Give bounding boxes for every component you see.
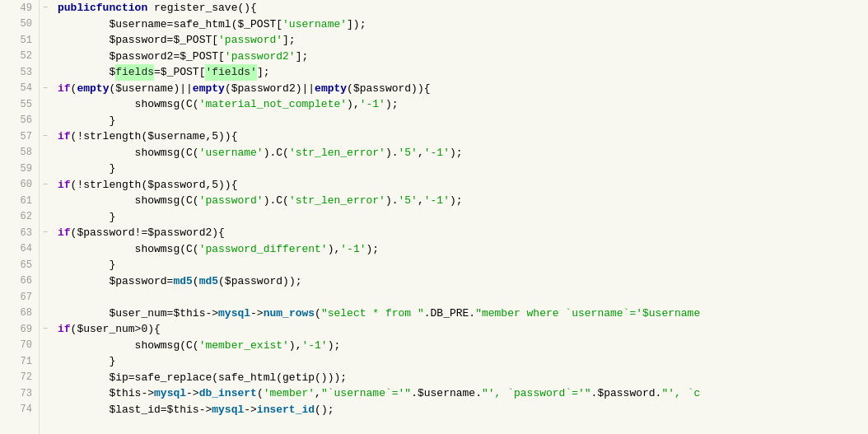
fold-cell[interactable]: − — [40, 81, 51, 97]
fold-cell — [40, 96, 51, 113]
code-line: showmsg(C('username').C('str_len_error')… — [58, 145, 868, 161]
fold-cell — [40, 241, 51, 258]
code-line: $last_id=$this->mysql->insert_id(); — [58, 402, 868, 418]
line-number: 71 — [0, 353, 39, 370]
fold-gutter: −−−−−− — [40, 0, 51, 434]
fold-cell[interactable]: − — [40, 128, 51, 145]
code-line: $this->mysql->db_insert('member',"`usern… — [58, 385, 868, 402]
code-line: if($password!=$password2){ — [58, 225, 868, 241]
line-number: 56 — [0, 113, 39, 129]
fold-cell — [40, 370, 51, 386]
fold-cell — [40, 289, 51, 306]
line-number: 53 — [0, 64, 39, 81]
code-content: public function register_save(){ $userna… — [51, 0, 868, 434]
fold-cell — [40, 306, 51, 322]
fold-cell — [40, 402, 51, 418]
code-line: if(!strlength($username,5)){ — [58, 128, 868, 145]
line-number: 67 — [0, 289, 39, 306]
line-numbers: 4950515253545556575859606162636465666768… — [0, 0, 40, 434]
code-line: public function register_save(){ — [58, 0, 868, 16]
code-line: } — [58, 209, 868, 226]
code-line: } — [58, 161, 868, 177]
line-number: 73 — [0, 385, 39, 402]
code-line: if($user_num>0){ — [58, 321, 868, 338]
line-number: 68 — [0, 306, 39, 322]
fold-cell — [40, 145, 51, 161]
code-line: } — [58, 353, 868, 370]
fold-cell[interactable]: − — [40, 321, 51, 338]
code-line: $password=$_POST['password']; — [58, 32, 868, 49]
fold-cell — [40, 161, 51, 177]
code-line — [58, 289, 868, 306]
code-line: showmsg(C('password_different'),'-1'); — [58, 241, 868, 258]
line-number: 52 — [0, 49, 39, 65]
line-number: 51 — [0, 32, 39, 49]
fold-cell — [40, 209, 51, 226]
line-number: 63 — [0, 225, 39, 241]
code-line: } — [58, 257, 868, 273]
code-line: if(empty($username)||empty($password2)||… — [58, 81, 868, 97]
line-number: 62 — [0, 209, 39, 226]
line-number: 59 — [0, 161, 39, 177]
fold-cell — [40, 257, 51, 273]
line-number: 55 — [0, 96, 39, 113]
fold-cell — [40, 16, 51, 33]
code-editor: 4950515253545556575859606162636465666768… — [0, 0, 868, 434]
fold-cell — [40, 113, 51, 129]
line-number: 61 — [0, 193, 39, 209]
code-line: $password2=$_POST['password2']; — [58, 49, 868, 65]
line-number: 60 — [0, 177, 39, 194]
code-line: $password=md5(md5($password)); — [58, 273, 868, 290]
line-number: 64 — [0, 241, 39, 258]
code-line: } — [58, 113, 868, 129]
fold-cell — [40, 193, 51, 209]
line-number: 72 — [0, 370, 39, 386]
fold-cell — [40, 353, 51, 370]
code-line: showmsg(C('material_not_complete'),'-1')… — [58, 96, 868, 113]
line-number: 74 — [0, 402, 39, 418]
fold-cell — [40, 338, 51, 354]
code-line: showmsg(C('member_exist'),'-1'); — [58, 338, 868, 354]
code-line: if(!strlength($password,5)){ — [58, 177, 868, 194]
line-number: 70 — [0, 338, 39, 354]
line-number: 66 — [0, 273, 39, 290]
fold-cell — [40, 32, 51, 49]
fold-cell[interactable]: − — [40, 225, 51, 241]
fold-cell — [40, 64, 51, 81]
line-number: 69 — [0, 321, 39, 338]
code-line: $username=safe_html($_POST['username']); — [58, 16, 868, 33]
code-line: showmsg(C('password').C('str_len_error')… — [58, 193, 868, 209]
fold-cell[interactable]: − — [40, 0, 51, 16]
code-line: $ip=safe_replace(safe_html(getip())); — [58, 370, 868, 386]
line-number: 54 — [0, 81, 39, 97]
line-number: 57 — [0, 128, 39, 145]
line-number: 58 — [0, 145, 39, 161]
fold-cell[interactable]: − — [40, 177, 51, 194]
line-number: 49 — [0, 0, 39, 16]
code-line: $fields=$_POST['fields']; — [58, 64, 868, 81]
fold-cell — [40, 49, 51, 65]
line-number: 65 — [0, 257, 39, 273]
line-number: 50 — [0, 16, 39, 33]
fold-cell — [40, 385, 51, 402]
fold-cell — [40, 273, 51, 290]
code-line: $user_num=$this->mysql->num_rows("select… — [58, 306, 868, 322]
